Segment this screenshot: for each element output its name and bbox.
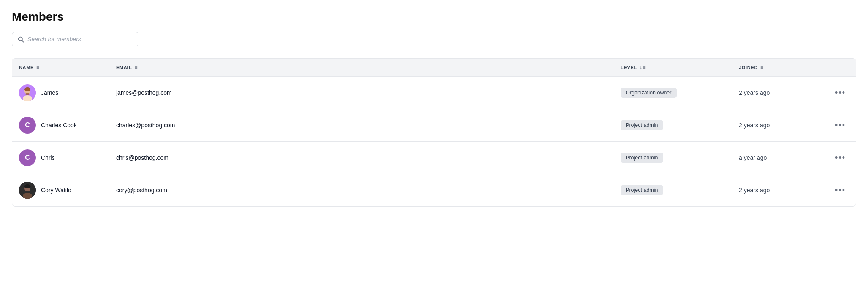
more-options-button-cory[interactable]: ••• <box>832 184 849 196</box>
table-row: C Charles Cook charles@posthog.com Proje… <box>12 109 856 142</box>
members-table: NAME ≡ EMAIL ≡ LEVEL ↓≡ <box>12 59 856 206</box>
table-row: Cory Watilo cory@posthog.com Project adm… <box>12 174 856 207</box>
members-table-container: NAME ≡ EMAIL ≡ LEVEL ↓≡ <box>12 58 856 207</box>
cell-actions-cory: ••• <box>825 174 856 207</box>
table-row: James james@posthog.com Organization own… <box>12 77 856 109</box>
col-header-name[interactable]: NAME ≡ <box>12 59 109 77</box>
avatar-charles: C <box>19 117 36 134</box>
cell-email-chris: chris@posthog.com <box>109 142 614 174</box>
cell-name-chris: C Chris <box>12 142 109 174</box>
name-filter-icon[interactable]: ≡ <box>36 65 40 70</box>
joined-text-james: 2 years ago <box>739 89 770 96</box>
table-row: C Chris chris@posthog.com Project admin … <box>12 142 856 174</box>
level-badge-cory: Project admin <box>621 185 663 195</box>
level-badge-james: Organization owner <box>621 88 676 98</box>
joined-text-cory: 2 years ago <box>739 187 770 194</box>
svg-point-11 <box>24 184 31 188</box>
cell-joined-chris: a year ago <box>732 142 825 174</box>
avatar-james <box>19 84 36 101</box>
level-badge-chris: Project admin <box>621 153 663 163</box>
col-header-level[interactable]: LEVEL ↓≡ <box>614 59 732 77</box>
cell-actions-charles: ••• <box>825 109 856 142</box>
cell-level-chris: Project admin <box>614 142 732 174</box>
member-name-cory: Cory Watilo <box>41 187 71 194</box>
cell-name-charles: C Charles Cook <box>12 109 109 142</box>
cell-joined-charles: 2 years ago <box>732 109 825 142</box>
cell-email-charles: charles@posthog.com <box>109 109 614 142</box>
more-options-button-chris[interactable]: ••• <box>832 152 849 164</box>
col-header-actions <box>825 59 856 77</box>
cell-email-cory: cory@posthog.com <box>109 174 614 207</box>
cell-joined-cory: 2 years ago <box>732 174 825 207</box>
more-options-button-charles[interactable]: ••• <box>832 119 849 132</box>
col-header-joined[interactable]: JOINED ≡ <box>732 59 825 77</box>
joined-filter-icon[interactable]: ≡ <box>760 65 764 70</box>
cell-joined-james: 2 years ago <box>732 77 825 109</box>
svg-line-1 <box>22 40 24 42</box>
svg-point-6 <box>24 87 30 91</box>
cell-email-james: james@posthog.com <box>109 77 614 109</box>
cell-actions-james: ••• <box>825 77 856 109</box>
level-badge-charles: Project admin <box>621 120 663 130</box>
search-icon <box>17 36 24 43</box>
member-name-charles: Charles Cook <box>41 122 77 129</box>
joined-text-chris: a year ago <box>739 154 767 161</box>
page-title: Members <box>12 10 856 24</box>
table-header-row: NAME ≡ EMAIL ≡ LEVEL ↓≡ <box>12 59 856 77</box>
search-bar[interactable] <box>12 32 138 46</box>
col-header-email[interactable]: EMAIL ≡ <box>109 59 614 77</box>
joined-text-charles: 2 years ago <box>739 122 770 129</box>
member-email-james: james@posthog.com <box>116 89 172 96</box>
cell-level-cory: Project admin <box>614 174 732 207</box>
cell-name-james: James <box>12 77 109 109</box>
member-name-chris: Chris <box>41 154 55 161</box>
level-sort-icon[interactable]: ↓≡ <box>640 65 646 70</box>
member-name-james: James <box>41 89 58 96</box>
member-email-charles: charles@posthog.com <box>116 122 175 129</box>
svg-point-7 <box>25 93 30 95</box>
cell-name-cory: Cory Watilo <box>12 174 109 207</box>
more-options-button-james[interactable]: ••• <box>832 87 849 99</box>
member-email-chris: chris@posthog.com <box>116 154 168 161</box>
member-email-cory: cory@posthog.com <box>116 187 167 194</box>
avatar-cory <box>19 182 36 199</box>
email-filter-icon[interactable]: ≡ <box>135 65 138 70</box>
search-input[interactable] <box>27 36 133 43</box>
cell-level-charles: Project admin <box>614 109 732 142</box>
cell-level-james: Organization owner <box>614 77 732 109</box>
avatar-chris: C <box>19 149 36 166</box>
cell-actions-chris: ••• <box>825 142 856 174</box>
